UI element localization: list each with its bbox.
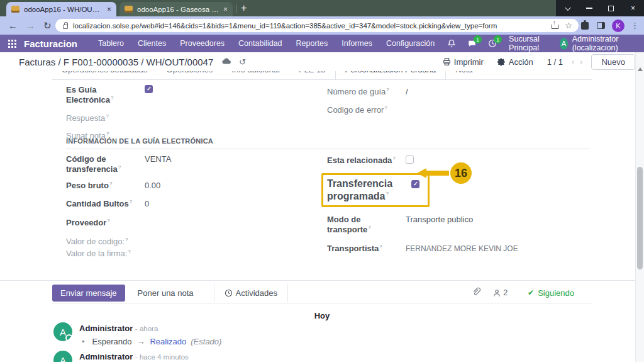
annotation-arrow-icon <box>417 168 426 178</box>
browser-menu-icon[interactable]: ⋮ <box>631 21 639 30</box>
new-tab-button[interactable]: + <box>241 3 247 14</box>
app-name[interactable]: Facturacion <box>24 38 77 49</box>
close-icon[interactable]: × <box>223 5 228 14</box>
attachment-paperclip-icon[interactable] <box>472 287 480 299</box>
following-button[interactable]: ✔ Siguiendo <box>528 288 574 298</box>
tracking-field-name: (Estado) <box>191 337 221 346</box>
message-header: Administrator - ahora <box>79 324 221 333</box>
bookmark-star-icon[interactable]: ☆ <box>565 21 572 30</box>
share-icon[interactable] <box>552 22 558 29</box>
message-author[interactable]: Administrator <box>79 324 133 333</box>
cloud-save-icon[interactable] <box>221 57 231 67</box>
message-time: - ahora <box>135 325 158 332</box>
address-bar[interactable]: localizacion.solse.pe/web#id=146&cids=1&… <box>55 19 579 32</box>
back-icon[interactable]: ← <box>8 20 18 31</box>
browser-tab-inactive[interactable]: odooApp16 - Gaseosa Kola 3L × <box>119 2 233 16</box>
tab-nota[interactable]: Nota <box>446 71 482 79</box>
close-icon[interactable]: × <box>107 5 111 14</box>
browser-profile-avatar[interactable]: K <box>612 20 625 32</box>
menu-informes[interactable]: Informes <box>341 39 372 48</box>
window-menu-button[interactable] <box>556 0 578 16</box>
pager-next-icon[interactable]: › <box>580 57 583 67</box>
send-message-button[interactable]: Enviar mensaje <box>52 285 125 302</box>
field-value[interactable]: VENTA <box>145 154 171 164</box>
action-button[interactable]: Acción <box>497 57 533 67</box>
forward-icon[interactable]: → <box>26 20 35 31</box>
new-button[interactable]: Nuevo <box>591 54 635 70</box>
tab-separator <box>236 4 237 13</box>
field-value[interactable]: 0 <box>145 199 149 209</box>
date-separator: Hoy <box>0 311 644 320</box>
menu-proveedores[interactable]: Proveedores <box>180 39 225 48</box>
menu-tablero[interactable]: Tablero <box>98 39 124 48</box>
field-value[interactable]: FERNANDEZ MORE KEVIN JOE <box>406 244 518 254</box>
notebook-tabstrip: Operaciones detalladas Operaciones Info … <box>52 71 592 80</box>
print-button[interactable]: Imprimir <box>443 57 484 67</box>
menu-clientes[interactable]: Clientes <box>138 39 166 48</box>
message: A Administrator - hace 4 minutos <box>53 351 189 362</box>
chatter-icons: 2 ✔ Siguiendo <box>472 287 592 299</box>
messages-icon[interactable]: 1 <box>467 39 477 48</box>
es-guia-checkbox[interactable] <box>145 85 153 93</box>
tab-operaciones[interactable]: Operaciones <box>157 71 223 79</box>
field-label: Respuesta? <box>66 113 138 124</box>
browser-tab-active[interactable]: odooApp16 - WH/OUT/00047 × <box>6 2 116 16</box>
tab-ple-13[interactable]: PLE 13 <box>289 71 335 79</box>
followers-count: 2 <box>503 288 508 297</box>
tracking-new-value: Realizado <box>150 337 186 346</box>
annotation-number: 16 <box>450 162 472 184</box>
menu-reportes[interactable]: Reportes <box>296 39 328 48</box>
favicon-icon <box>125 6 133 13</box>
odoo-navbar: Facturacion Tablero Clientes Proveedores… <box>0 35 644 52</box>
field-value[interactable]: 0.00 <box>145 181 160 191</box>
tab-title: odooApp16 - WH/OUT/00047 <box>24 6 103 13</box>
log-note-button[interactable]: Poner una nota <box>128 285 204 302</box>
bell-icon[interactable] <box>447 39 456 48</box>
field-label: Codigo de error? <box>327 105 399 116</box>
menu-contabilidad[interactable]: Contabilidad <box>238 39 282 48</box>
message-avatar[interactable]: A <box>53 351 72 362</box>
reload-icon[interactable]: ↻ <box>43 20 52 31</box>
page-scrollbar[interactable] <box>635 52 644 362</box>
form-right-top: Número de guía? / Codigo de error? <box>327 87 586 115</box>
scroll-up-icon[interactable] <box>638 67 643 71</box>
close-window-button[interactable]: × <box>622 0 644 16</box>
esta-relacionada-checkbox[interactable] <box>406 156 414 164</box>
company-switcher[interactable]: Sucursal Principal <box>509 35 551 52</box>
activity-clock-icon[interactable]: 1 <box>488 39 497 48</box>
user-menu[interactable]: Administrator (localizacion) <box>572 35 635 52</box>
scrollbar-thumb[interactable] <box>637 167 643 269</box>
message: A Administrator - ahora • Esperando → Re… <box>53 322 221 346</box>
highlighted-field-transferencia-programada: Transferencia programada? <box>321 173 430 207</box>
field-label: Modo de transporte? <box>327 215 399 235</box>
minimize-button[interactable] <box>578 0 600 16</box>
tracking-change: • Esperando → Realizado (Estado) <box>79 337 221 346</box>
breadcrumb[interactable]: Facturas / F F001-00000035 / WH/OUT/0004… <box>19 57 213 67</box>
followers-button[interactable]: 2 <box>493 288 508 297</box>
maximize-button[interactable] <box>600 0 622 16</box>
field-cantidad-bultos: Cantidad Bultos? 0 <box>66 199 318 210</box>
url-text[interactable]: localizacion.solse.pe/web#id=146&cids=1&… <box>73 22 547 30</box>
control-panel: Facturas / F F001-00000035 / WH/OUT/0004… <box>0 52 644 71</box>
menu-configuracion[interactable]: Configuración <box>386 39 435 48</box>
discard-undo-icon[interactable]: ↺ <box>239 57 246 67</box>
section-title: INFORMACIÓN DE LA GUÍA ELECTRÓNICA <box>66 137 589 149</box>
message-author[interactable]: Administrator <box>79 352 133 361</box>
clock-icon <box>225 289 233 297</box>
activities-button[interactable]: Actividades <box>214 284 288 302</box>
person-icon <box>493 289 501 297</box>
extensions-icon[interactable] <box>581 22 589 30</box>
pager-previous-icon[interactable]: ‹ <box>572 57 575 67</box>
control-panel-right: Imprimir Acción 1 / 1 ‹ › Nuevo <box>443 54 644 70</box>
sidepanel-icon[interactable] <box>597 22 605 29</box>
tab-info-adicional[interactable]: Info adicional <box>222 71 289 79</box>
field-label: Proveedor? <box>66 218 138 229</box>
user-avatar[interactable]: A <box>560 38 568 50</box>
tab-personalizacion-peruana[interactable]: Personalización Peruana <box>335 71 447 79</box>
field-value[interactable]: / <box>406 87 408 97</box>
field-value[interactable]: Transporte publico <box>406 215 473 225</box>
message-avatar[interactable]: A <box>53 322 72 341</box>
tab-operaciones-detalladas[interactable]: Operaciones detalladas <box>52 71 157 79</box>
message-time: - hace 4 minutos <box>135 353 189 361</box>
apps-grid-icon[interactable] <box>8 40 16 48</box>
